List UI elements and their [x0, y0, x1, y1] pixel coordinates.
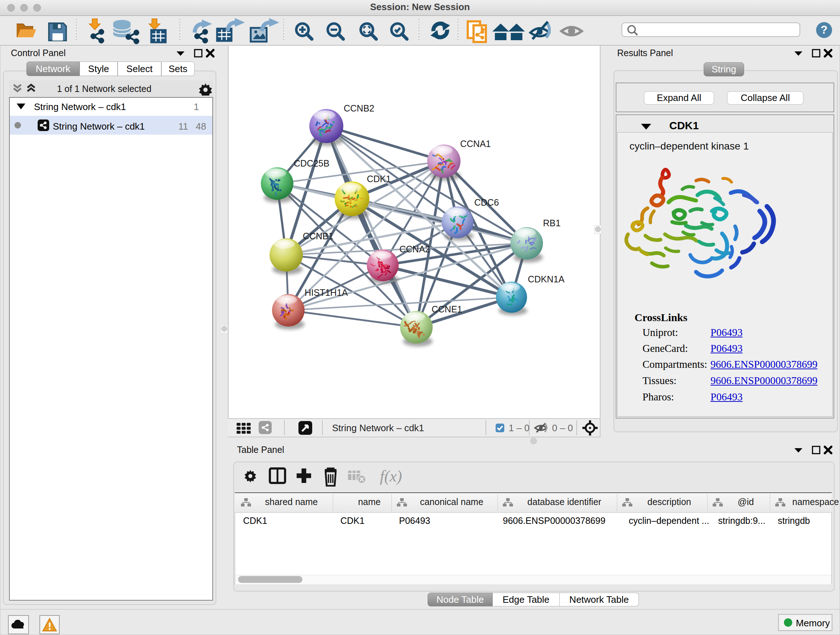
- svg-text:String Network – cdk1: String Network – cdk1: [332, 423, 424, 433]
- svg-text:CDC25B: CDC25B: [294, 158, 330, 168]
- svg-text:CCNA1: CCNA1: [460, 139, 491, 149]
- svg-text:CCNE1: CCNE1: [431, 304, 462, 314]
- svg-text:CCNB1: CCNB1: [303, 231, 333, 241]
- svg-text:HIST1H1A: HIST1H1A: [305, 287, 348, 298]
- svg-text:CCNA2: CCNA2: [399, 244, 430, 254]
- svg-text:CDK1: CDK1: [367, 174, 391, 184]
- svg-text:CDC6: CDC6: [474, 197, 499, 207]
- svg-text:CCNB2: CCNB2: [344, 103, 374, 113]
- svg-text:1 – 0: 1 – 0: [508, 423, 530, 433]
- svg-text:RB1: RB1: [543, 218, 561, 228]
- svg-text:CDKN1A: CDKN1A: [528, 274, 565, 284]
- svg-text:f(x): f(x): [380, 467, 402, 485]
- svg-text:0 – 0: 0 – 0: [552, 423, 573, 433]
